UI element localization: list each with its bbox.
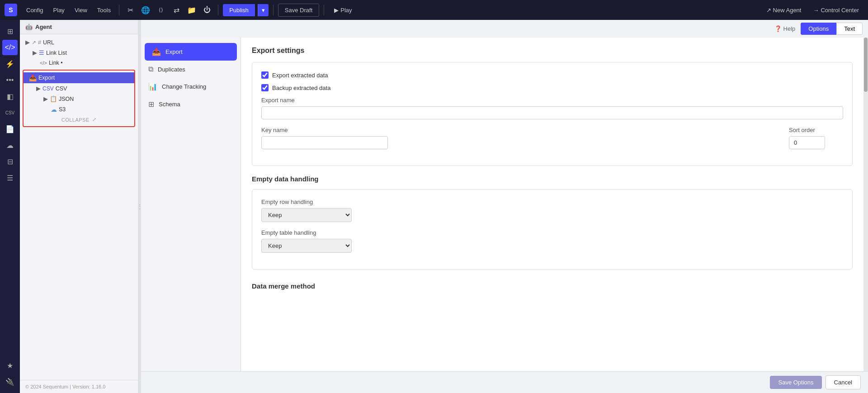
toolbar-divider-4 xyxy=(324,5,324,15)
power-icon[interactable]: ⏻ xyxy=(201,4,213,16)
external-link-icon: ↗ xyxy=(32,39,36,46)
tree-item-csv[interactable]: ▶ CSV CSV xyxy=(24,83,134,94)
json-label: JSON xyxy=(59,96,74,102)
backup-extracted-checkbox[interactable] xyxy=(261,84,269,91)
link-icon: </> xyxy=(40,60,47,66)
toolbar-divider-1 xyxy=(119,5,119,15)
data-merge-title: Data merge method xyxy=(252,279,853,290)
new-agent-icon: ↗ xyxy=(766,7,771,14)
tree-item-link[interactable]: </> Link • xyxy=(20,58,138,68)
collapse-button[interactable]: COLLAPSE ⤢ xyxy=(24,115,134,124)
globe-icon[interactable]: 🌐 xyxy=(139,4,152,16)
menu-view[interactable]: View xyxy=(71,5,91,15)
export-extracted-label: Export extracted data xyxy=(272,72,328,79)
export-name-input[interactable] xyxy=(261,106,843,119)
toolbar: S Config Play View Tools ✂ 🌐 ⟨⟩ ⇄ 📁 ⏻ Pu… xyxy=(0,0,868,20)
link-list-icon: ☰ xyxy=(39,49,44,56)
key-name-label: Key name xyxy=(261,127,782,133)
publish-dropdown-button[interactable]: ▾ xyxy=(258,4,269,16)
right-scrollbar[interactable] xyxy=(863,38,868,371)
publish-button[interactable]: Publish xyxy=(223,4,255,16)
rail-icon-more[interactable]: ••• xyxy=(2,72,18,88)
empty-row-group: Empty row handling Keep Remove Replace xyxy=(261,199,843,222)
collapse-label: COLLAPSE xyxy=(61,117,90,123)
duplicates-nav-icon: ⧉ xyxy=(148,65,153,73)
toolbar-divider-2 xyxy=(218,5,218,15)
empty-table-select[interactable]: Keep Remove Replace xyxy=(261,239,352,253)
arrow-icon: ▶ xyxy=(36,85,41,92)
arrow-icon: ▶ xyxy=(43,95,48,102)
menu-config[interactable]: Config xyxy=(23,5,47,15)
key-sort-row: Key name Sort order xyxy=(261,127,843,156)
sort-order-group: Sort order xyxy=(789,127,843,149)
rail-icon-star[interactable]: ★ xyxy=(2,358,18,373)
new-agent-button[interactable]: ↗ New Agent xyxy=(762,4,806,16)
play-button[interactable]: ▶ Play xyxy=(329,4,357,16)
main-layout: ⊞ </> ⚡ ••• ◧ CSV 📄 ☁ ⊟ ☰ ★ 🔌 🤖 Agent ▶ … xyxy=(0,20,868,393)
schema-nav-icon: ⊞ xyxy=(148,100,154,109)
control-center-button[interactable]: → Control Center xyxy=(808,4,863,16)
tree-item-s3[interactable]: ☁ S3 xyxy=(24,104,134,115)
export-name-label: Export name xyxy=(261,97,843,104)
rail-icon-cloud[interactable]: ☁ xyxy=(2,137,18,153)
code-icon[interactable]: ⟨⟩ xyxy=(155,4,167,16)
nav-tab-export[interactable]: 📤 Export xyxy=(145,43,237,61)
rail-icon-code[interactable]: </> xyxy=(2,40,18,55)
rail-icon-list[interactable]: ☰ xyxy=(2,170,18,185)
rail-icon-plugin[interactable]: 🔌 xyxy=(2,374,18,389)
key-name-input[interactable] xyxy=(261,136,388,149)
sort-order-label: Sort order xyxy=(789,127,843,133)
export-label: Export xyxy=(38,75,55,81)
nav-tab-schema[interactable]: ⊞ Schema xyxy=(141,95,241,113)
toolbar-divider-3 xyxy=(273,5,274,15)
export-file-icon: 📤 xyxy=(29,74,37,81)
export-extracted-checkbox[interactable] xyxy=(261,71,269,79)
tree-content: ▶ ↗ # URL ▶ ☰ Link List </> Link • xyxy=(20,34,138,380)
rail-icon-panel[interactable]: ◧ xyxy=(2,89,18,104)
arrow-icon: ▶ xyxy=(25,39,30,46)
arrow-icon: ▶ xyxy=(33,49,37,56)
export-settings-card: Export extracted data Backup extracted d… xyxy=(252,62,853,166)
nav-tab-duplicates[interactable]: ⧉ Duplicates xyxy=(141,61,241,78)
export-settings-title: Export settings xyxy=(252,47,853,55)
export-extracted-row[interactable]: Export extracted data xyxy=(261,71,843,79)
empty-table-group: Empty table handling Keep Remove Replace xyxy=(261,229,843,253)
rail-icon-grid2[interactable]: ⊟ xyxy=(2,154,18,169)
tree-item-url[interactable]: ▶ ↗ # URL xyxy=(20,37,138,47)
rail-icon-csv[interactable]: CSV xyxy=(2,105,18,120)
tab-text[interactable]: Text xyxy=(836,23,863,35)
tab-options[interactable]: Options xyxy=(801,23,836,35)
tree-item-export[interactable]: 📤 Export xyxy=(24,72,134,83)
key-name-group: Key name xyxy=(261,127,782,149)
rail-icon-page[interactable]: 📄 xyxy=(2,121,18,137)
tree-item-link-list[interactable]: ▶ ☰ Link List xyxy=(20,47,138,58)
sync-icon[interactable]: ⇄ xyxy=(170,4,183,16)
duplicates-nav-label: Duplicates xyxy=(158,66,185,73)
change-tracking-nav-icon: 📊 xyxy=(148,82,157,91)
cancel-button[interactable]: Cancel xyxy=(826,375,861,389)
help-icon: ❓ xyxy=(774,25,782,32)
nav-tab-change-tracking[interactable]: 📊 Change Tracking xyxy=(141,78,241,95)
menu-play[interactable]: Play xyxy=(50,5,68,15)
rail-icon-grid[interactable]: ⊞ xyxy=(2,24,18,39)
link-label: Link • xyxy=(49,60,63,66)
sort-order-input[interactable] xyxy=(789,136,825,149)
control-center-icon: → xyxy=(813,7,819,14)
tree-panel: 🤖 Agent ▶ ↗ # URL ▶ ☰ Link List < xyxy=(20,20,138,393)
rail-icon-lightning[interactable]: ⚡ xyxy=(2,56,18,71)
save-options-button[interactable]: Save Options xyxy=(770,376,821,389)
url-icon: # xyxy=(38,39,41,46)
collapse-icon: ⤢ xyxy=(92,117,97,123)
s3-label: S3 xyxy=(59,106,66,113)
tree-item-json[interactable]: ▶ 📋 JSON xyxy=(24,94,134,104)
backup-extracted-row[interactable]: Backup extracted data xyxy=(261,84,843,91)
folder-icon[interactable]: 📁 xyxy=(185,4,198,16)
right-scrollbar-thumb[interactable] xyxy=(864,38,868,92)
scissors-icon[interactable]: ✂ xyxy=(124,4,137,16)
json-icon: 📋 xyxy=(50,95,57,102)
save-draft-button[interactable]: Save Draft xyxy=(278,4,319,17)
help-button[interactable]: ❓ Help xyxy=(774,25,796,32)
menu-tools[interactable]: Tools xyxy=(94,5,114,15)
tree-header-label: Agent xyxy=(35,24,52,30)
empty-row-select[interactable]: Keep Remove Replace xyxy=(261,208,352,222)
